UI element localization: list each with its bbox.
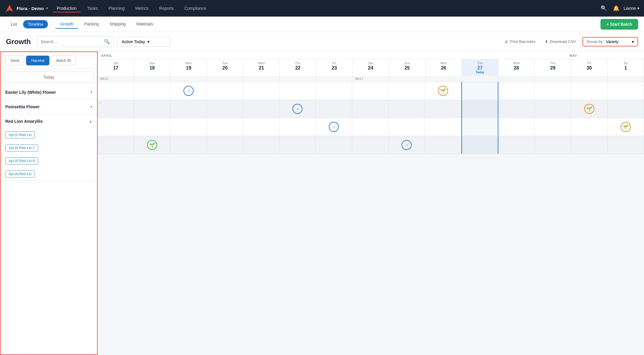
variety-group-red-lion: Red Lion Amaryllis ▲ Apr12-Red-Lio Apr16…: [1, 114, 97, 181]
cal-row-2: →🌱: [98, 118, 644, 136]
week-row: Wk16Wk17: [98, 76, 644, 82]
search-box[interactable]: 🔍: [37, 36, 114, 47]
print-barcodes-button[interactable]: 🖨 Print Barcodes: [501, 38, 538, 46]
nav-item-metrics[interactable]: Metrics: [131, 4, 153, 12]
cal-cell-1-7: [352, 100, 389, 118]
toggle-harvest-button[interactable]: Harvest: [26, 56, 49, 65]
nav-item-production[interactable]: Production: [53, 4, 81, 12]
cal-cell-3-10: [461, 136, 499, 154]
tab-growth[interactable]: Growth: [55, 20, 78, 29]
cal-cell-2-9: [425, 118, 461, 136]
cal-cell-1-0: 1: [98, 100, 134, 118]
toggle-batch-id-button[interactable]: Batch ID: [51, 56, 76, 65]
notifications-icon[interactable]: 🔔: [611, 3, 621, 13]
cal-day-22: Thu 22: [280, 59, 316, 76]
days-row: Sat 17 Sun 18 Mon 19 Tue 20 Wed 21 Thu 2…: [98, 59, 644, 76]
variety-header-red-lion[interactable]: Red Lion Amaryllis ▲: [1, 114, 97, 128]
cal-day-18: Sun 18: [134, 59, 170, 76]
cal-cell-3-11: [498, 136, 535, 154]
left-panel: Seed Harvest Batch ID Today Easter Lily …: [0, 51, 98, 355]
cal-cell-0-3: [207, 82, 243, 100]
cal-cell-1-8: [389, 100, 425, 118]
top-nav: Flora - Demo ▾ Production Tasks Planning…: [0, 0, 644, 17]
batch-tag-apr16-7[interactable]: Apr16-Red-Lio-7: [5, 144, 38, 151]
cal-cell-0-12: [535, 82, 571, 100]
cal-week-13: [571, 76, 608, 82]
cal-cell-1-10: [461, 100, 499, 118]
variety-chevron-poinsettia: ▾: [91, 105, 92, 109]
search-input[interactable]: [41, 39, 102, 44]
download-csv-button[interactable]: ⬇ Download CSV: [542, 38, 579, 46]
event-arrow-0-2[interactable]: →: [183, 86, 194, 96]
user-menu[interactable]: Lianne ▾: [624, 6, 639, 11]
event-seed-3-1[interactable]: 🌱: [147, 140, 157, 150]
cal-cell-0-4: [243, 82, 279, 100]
cal-week-14: [608, 76, 644, 82]
nav-item-reports[interactable]: Reports: [155, 4, 178, 12]
batch-tag-apr18[interactable]: Apr18-Red-Lio: [5, 170, 35, 178]
toggle-seed-button[interactable]: Seed: [5, 56, 24, 65]
cal-cell-0-6: [316, 82, 352, 100]
group-by-dropdown[interactable]: Group by: Variety ▾: [582, 37, 638, 46]
cal-row-0: →🌱: [98, 82, 644, 100]
cal-cell-1-11: [498, 100, 535, 118]
tab-packing[interactable]: Packing: [79, 20, 104, 29]
calendar-inner: APRIL MAY Sat 17 Sun 18 Mon 19 Tue 20 We…: [98, 51, 644, 154]
event-arrow-1-5[interactable]: →: [292, 104, 302, 114]
cal-cell-3-7: [352, 136, 389, 154]
app-name: Flora - Demo: [17, 6, 44, 11]
today-button[interactable]: Today: [4, 72, 94, 83]
event-harvest-2-14[interactable]: 🌱: [621, 122, 631, 132]
cal-cell-2-14: 🌱: [608, 118, 644, 136]
toolbar: Growth 🔍 Active Today ▾ 🖨 Print Barcodes…: [0, 32, 644, 51]
view-timeline[interactable]: Timeline: [23, 20, 48, 28]
cal-cell-3-1: 🌱: [134, 136, 170, 154]
cal-day-20: Tue 20: [207, 59, 243, 76]
download-icon: ⬇: [545, 39, 548, 44]
cal-cell-2-8: [389, 118, 425, 136]
search-icon[interactable]: 🔍: [599, 3, 609, 13]
page-title: Growth: [6, 38, 31, 46]
event-arrow-3-8[interactable]: →: [402, 140, 412, 150]
event-harvest-1-13[interactable]: 🌱: [584, 104, 594, 114]
batch-tag-apr12[interactable]: Apr12-Red-Lio: [5, 131, 35, 138]
cal-week-9: [426, 76, 462, 82]
tab-shipping[interactable]: Shipping: [105, 20, 131, 29]
cal-cell-0-13: [571, 82, 608, 100]
user-name: Lianne: [624, 6, 636, 11]
cal-cell-2-10: [461, 118, 499, 136]
filter-dropdown[interactable]: Active Today ▾: [117, 37, 170, 47]
cal-week-11: [498, 76, 535, 82]
print-icon: 🖨: [504, 39, 508, 44]
nav-item-tasks[interactable]: Tasks: [83, 4, 102, 12]
cal-cell-0-8: [389, 82, 425, 100]
nav-item-planning[interactable]: Planning: [104, 4, 129, 12]
cal-cell-3-9: [425, 136, 461, 154]
batch-tag-apr16-8[interactable]: Apr16-Red-Lio-8: [5, 157, 38, 164]
cal-cell-1-4: [243, 100, 279, 118]
app-logo[interactable]: Flora - Demo ▾: [5, 4, 48, 13]
cal-row-1: 1→🌱: [98, 100, 644, 118]
sub-nav: List Timeline Growth Packing Shipping Ma…: [0, 17, 644, 32]
view-list[interactable]: List: [6, 20, 22, 28]
nav-item-compliance[interactable]: Compliance: [180, 4, 210, 12]
cal-cell-3-12: [535, 136, 571, 154]
cal-cell-0-2: →: [170, 82, 207, 100]
calendar-body: →🌱1→🌱→🌱🌱→: [98, 82, 644, 154]
body-area: Seed Harvest Batch ID Today Easter Lily …: [0, 51, 644, 355]
cal-cell-0-10: [461, 82, 499, 100]
event-harvest-0-9[interactable]: 🌱: [438, 86, 448, 96]
variety-header-easter-lily[interactable]: Easter Lily (White) Flower ▾: [1, 85, 97, 99]
variety-group-poinsettia: Poinsettia Flower ▾: [1, 100, 97, 114]
cal-cell-1-14: [608, 100, 644, 118]
variety-header-poinsettia[interactable]: Poinsettia Flower ▾: [1, 100, 97, 114]
cal-cell-3-2: [170, 136, 207, 154]
cal-cell-1-3: [207, 100, 243, 118]
start-batch-button[interactable]: + Start Batch: [600, 19, 638, 30]
event-arrow-2-6[interactable]: →: [329, 122, 339, 132]
batch-item-apr12: Apr12-Red-Lio: [1, 128, 97, 141]
cal-cell-2-13: [571, 118, 608, 136]
tab-materials[interactable]: Materials: [132, 20, 158, 29]
group-by-label: Group by:: [587, 39, 603, 44]
cal-cell-0-14: [608, 82, 644, 100]
